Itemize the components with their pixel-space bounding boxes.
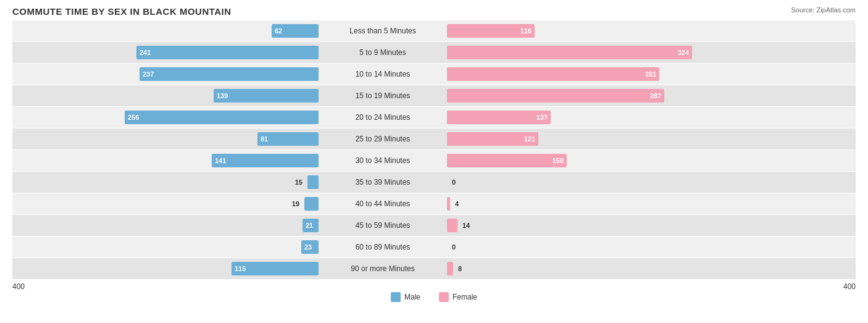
right-section: 8 xyxy=(444,258,753,279)
male-bar: 15 xyxy=(307,175,319,189)
right-section: 0 xyxy=(444,237,753,258)
left-section: 19 xyxy=(12,193,321,214)
table-row: 2145 to 59 Minutes14 xyxy=(12,215,856,236)
legend-male: Male xyxy=(391,292,420,302)
female-value: 137 xyxy=(536,114,548,121)
source-text: Source: ZipAtlas.com xyxy=(791,6,856,14)
female-value: 4 xyxy=(455,200,459,208)
right-section: 4 xyxy=(444,193,753,214)
male-value: 62 xyxy=(275,27,282,35)
male-value: 256 xyxy=(128,114,139,121)
left-section: 237 xyxy=(12,64,321,85)
male-value: 139 xyxy=(217,92,228,99)
male-bar: 19 xyxy=(304,197,319,211)
left-section: 15 xyxy=(12,172,321,193)
row-label: 10 to 14 Minutes xyxy=(321,70,444,78)
chart-container: COMMUTE TIME BY SEX IN BLACK MOUNTAIN So… xyxy=(0,0,868,323)
female-bar: 4 xyxy=(447,197,450,211)
female-bar: 287 xyxy=(447,89,664,103)
female-value: 14 xyxy=(462,222,470,229)
male-value: 237 xyxy=(143,70,154,78)
row-label: 60 to 89 Minutes xyxy=(321,243,444,251)
female-bar: 324 xyxy=(447,46,692,59)
right-section: 158 xyxy=(444,150,753,171)
male-bar: 139 xyxy=(214,89,319,103)
female-value: 158 xyxy=(553,157,564,164)
male-bar: 23 xyxy=(301,240,319,254)
left-section: 139 xyxy=(12,85,321,106)
male-value: 19 xyxy=(292,200,299,208)
row-label: 20 to 24 Minutes xyxy=(321,113,444,122)
female-bar: 8 xyxy=(447,262,453,275)
table-row: 14130 to 34 Minutes158 xyxy=(12,150,856,171)
male-bar: 256 xyxy=(125,111,319,124)
female-value: 8 xyxy=(458,265,462,272)
row-label: 45 to 59 Minutes xyxy=(321,221,444,230)
axis-left: 400 xyxy=(12,282,25,291)
row-label: Less than 5 Minutes xyxy=(321,27,444,35)
female-value: 324 xyxy=(678,49,689,56)
female-value: 116 xyxy=(520,27,532,35)
male-bar: 241 xyxy=(136,46,319,59)
female-value: 281 xyxy=(645,70,656,78)
row-label: 35 to 39 Minutes xyxy=(321,178,444,187)
male-bar: 115 xyxy=(232,262,319,275)
female-value: 287 xyxy=(650,92,661,99)
female-bar: 158 xyxy=(447,154,567,167)
legend-female-swatch xyxy=(439,292,449,302)
left-section: 115 xyxy=(12,258,321,279)
table-row: 2415 to 9 Minutes324 xyxy=(12,42,856,63)
table-row: 62Less than 5 Minutes116 xyxy=(12,20,856,41)
table-row: 1940 to 44 Minutes4 xyxy=(12,193,856,214)
right-section: 287 xyxy=(444,85,753,106)
female-bar: 281 xyxy=(447,67,659,81)
axis-right: 400 xyxy=(843,282,856,291)
male-value: 141 xyxy=(215,157,226,164)
left-section: 241 xyxy=(12,42,321,63)
male-value: 21 xyxy=(306,222,313,229)
male-value: 115 xyxy=(235,265,246,272)
table-row: 25620 to 24 Minutes137 xyxy=(12,107,856,128)
chart-title: COMMUTE TIME BY SEX IN BLACK MOUNTAIN xyxy=(12,6,856,17)
female-bar: 121 xyxy=(447,132,538,146)
table-row: 23710 to 14 Minutes281 xyxy=(12,64,856,85)
row-label: 90 or more Minutes xyxy=(321,264,444,273)
male-value: 15 xyxy=(295,178,303,186)
row-label: 40 to 44 Minutes xyxy=(321,199,444,208)
table-row: 13915 to 19 Minutes287 xyxy=(12,85,856,106)
row-label: 25 to 29 Minutes xyxy=(321,135,444,143)
male-bar: 21 xyxy=(303,219,319,232)
legend-male-label: Male xyxy=(404,293,420,301)
left-section: 141 xyxy=(12,150,321,171)
row-label: 15 to 19 Minutes xyxy=(321,91,444,100)
male-bar: 62 xyxy=(272,24,319,38)
axis-labels: 400 400 xyxy=(12,280,856,291)
right-section: 281 xyxy=(444,64,753,85)
female-value: 0 xyxy=(452,178,456,186)
table-row: 2360 to 89 Minutes0 xyxy=(12,237,856,258)
table-row: 11590 or more Minutes8 xyxy=(12,258,856,279)
left-section: 23 xyxy=(12,237,321,258)
right-section: 121 xyxy=(444,128,753,149)
right-section: 0 xyxy=(444,172,753,193)
male-bar: 81 xyxy=(257,132,319,146)
right-section: 14 xyxy=(444,215,753,236)
chart-body: 62Less than 5 Minutes1162415 to 9 Minute… xyxy=(12,20,856,279)
right-section: 116 xyxy=(444,20,753,41)
female-bar: 116 xyxy=(447,24,535,38)
male-value: 23 xyxy=(304,243,312,251)
female-bar: 14 xyxy=(447,219,457,232)
left-section: 62 xyxy=(12,20,321,41)
legend: Male Female xyxy=(12,292,856,302)
male-value: 241 xyxy=(140,49,151,56)
row-label: 30 to 34 Minutes xyxy=(321,156,444,165)
male-bar: 141 xyxy=(212,154,319,167)
table-row: 1535 to 39 Minutes0 xyxy=(12,172,856,193)
male-value: 81 xyxy=(261,135,268,143)
row-label: 5 to 9 Minutes xyxy=(321,48,444,57)
left-section: 81 xyxy=(12,128,321,149)
left-section: 256 xyxy=(12,107,321,128)
legend-male-swatch xyxy=(391,292,401,302)
right-section: 137 xyxy=(444,107,753,128)
female-bar: 137 xyxy=(447,111,551,124)
